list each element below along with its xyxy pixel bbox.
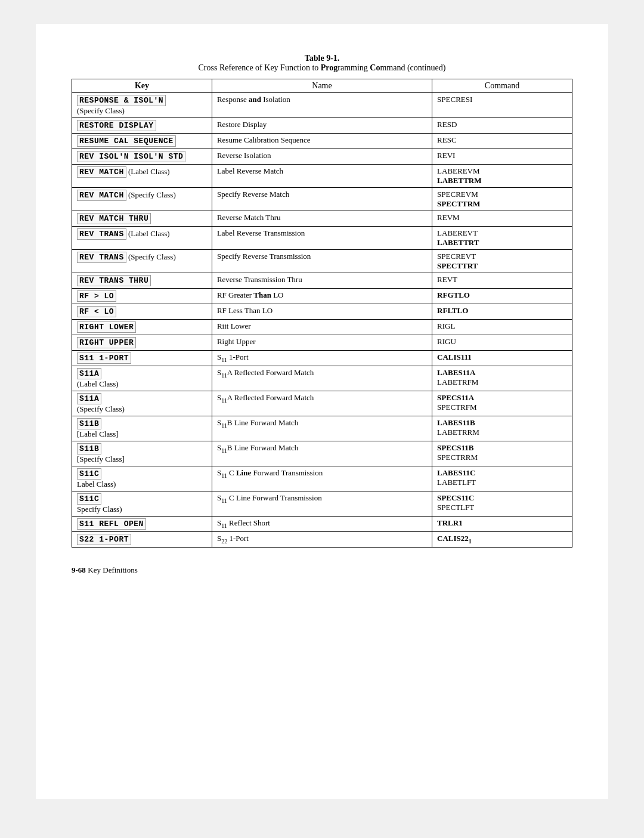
name-cell: Reverse Match Thru [212,211,432,227]
key-cell: S11B [Label Class] [72,416,212,441]
table-row: REV ISOL'N ISOL'N STD Reverse Isolation … [72,149,572,165]
table-row: REV TRANS (Label Class) Label Reverse Tr… [72,227,572,250]
name-cell: Reverse Transmission Thru [212,273,432,289]
name-cell: Label Reverse Transmission [212,227,432,250]
key-cell: REV MATCH (Specify Class) [72,188,212,211]
key-cell: S22 1-PORT [72,532,212,548]
key-cell: RESTORE DISPLAY [72,118,212,134]
header-key: Key [72,79,212,93]
cmd-cell: SPECRESI [432,93,572,118]
key-cell: S11 1-PORT [72,351,212,366]
cmd-cell: SPECS11B SPECTRRM [432,441,572,466]
cmd-cell: REVI [432,149,572,165]
table-row: S11 REFL OPEN S11 Reflect Short TRLR1 [72,517,572,532]
table-row: RF > LO RF Greater Than LO RFGTLO [72,289,572,304]
cmd-cell: REVM [432,211,572,227]
name-cell: S11A Reflected Forward Match [212,366,432,391]
name-cell: Right Upper [212,335,432,351]
name-cell: S11A Reflected Forward Match [212,391,432,416]
name-cell: Specify Reverse Transmission [212,250,432,273]
table-row: S11B [Specify Class] S11B Line Forward M… [72,441,572,466]
table-row: S11 1-PORT S11 1-Port CALIS111 [72,351,572,366]
table-row: S11B [Label Class] S11B Line Forward Mat… [72,416,572,441]
cmd-cell: LABES11B LABETRRM [432,416,572,441]
name-cell: S11B Line Forward Match [212,416,432,441]
table-title-line2: Cross Reference of Key Function to Progr… [72,63,572,73]
cmd-cell: LABES11C LABETLFT [432,466,572,491]
cmd-cell: LABEREVM LABETTRM [432,165,572,188]
cmd-cell: SPECREVT SPECTTRT [432,250,572,273]
cmd-cell: REVT [432,273,572,289]
table-row: RESTORE DISPLAY Restore Display RESD [72,118,572,134]
key-cell: RIGHT UPPER [72,335,212,351]
cmd-cell: RFGTLO [432,289,572,304]
cmd-cell: RIGL [432,320,572,335]
key-cell: REV MATCH (Label Class) [72,165,212,188]
table-row: S11A (Specify Class) S11A Reflected Forw… [72,391,572,416]
table-row: S11C Specify Class) S11 C Line Forward T… [72,491,572,517]
key-cell: S11A (Label Class) [72,366,212,391]
footer-page-ref: 9-68 [72,565,86,574]
table-row: REV TRANS THRU Reverse Transmission Thru… [72,273,572,289]
table-row: RIGHT UPPER Right Upper RIGU [72,335,572,351]
table-row: REV MATCH (Specify Class) Specify Revers… [72,188,572,211]
name-cell: Label Reverse Match [212,165,432,188]
key-cell: RF < LO [72,304,212,320]
table-row: RESPONSE & ISOL'N (Specify Class) Respon… [72,93,572,118]
key-cell: RF > LO [72,289,212,304]
table-row: S22 1-PORT S22 1-Port CALIS221 [72,532,572,548]
cmd-cell: CALIS111 [432,351,572,366]
table-title: Table 9-1. Cross Reference of Key Functi… [72,54,572,73]
name-cell: Reverse Isolation [212,149,432,165]
key-cell: S11C Label Class) [72,466,212,491]
key-cell: REV MATCH THRU [72,211,212,227]
key-cell: REV TRANS (Specify Class) [72,250,212,273]
name-cell: S22 1-Port [212,532,432,548]
name-cell: Riit Lower [212,320,432,335]
key-cell: S11 REFL OPEN [72,517,212,532]
key-cell: RIGHT LOWER [72,320,212,335]
table-row: REV MATCH THRU Reverse Match Thru REVM [72,211,572,227]
key-cell: RESPONSE & ISOL'N (Specify Class) [72,93,212,118]
key-cell: RESUME CAL SEQUENCE [72,134,212,149]
cmd-cell: RFLTLO [432,304,572,320]
cmd-cell: LABES11A LABETRFM [432,366,572,391]
key-cell: S11C Specify Class) [72,491,212,517]
name-cell: S11 C Line Forward Transmission [212,491,432,517]
key-cell: REV TRANS (Label Class) [72,227,212,250]
table-row: RF < LO RF Less Than LO RFLTLO [72,304,572,320]
key-cell: REV ISOL'N ISOL'N STD [72,149,212,165]
header-name: Name [212,79,432,93]
table-row: RESUME CAL SEQUENCE Resume Calibration S… [72,134,572,149]
footer-section: Key Definitions [88,565,137,574]
name-cell: RF Less Than LO [212,304,432,320]
key-cell: S11A (Specify Class) [72,391,212,416]
cmd-cell: RIGU [432,335,572,351]
cmd-cell: SPECS11A SPECTRFM [432,391,572,416]
name-cell: Resume Calibration Sequence [212,134,432,149]
cmd-cell: CALIS221 [432,532,572,548]
name-cell: S11 C Line Forward Transmission [212,466,432,491]
table-row: RIGHT LOWER Riit Lower RIGL [72,320,572,335]
main-table: Key Name Command RESPONSE & ISOL'N (Spec… [72,79,572,548]
table-row: S11C Label Class) S11 C Line Forward Tra… [72,466,572,491]
name-cell: Specify Reverse Match [212,188,432,211]
table-row: REV TRANS (Specify Class) Specify Revers… [72,250,572,273]
key-cell: S11B [Specify Class] [72,441,212,466]
page-container: Table 9-1. Cross Reference of Key Functi… [36,24,608,799]
cmd-cell: SPECREVM SPECTTRM [432,188,572,211]
cmd-cell: RESD [432,118,572,134]
table-title-line1: Table 9-1. [72,54,572,63]
name-cell: RF Greater Than LO [212,289,432,304]
table-row: S11A (Label Class) S11A Reflected Forwar… [72,366,572,391]
cmd-cell: RESC [432,134,572,149]
footer: 9-68 Key Definitions [72,565,572,575]
header-command: Command [432,79,572,93]
name-cell: S11 Reflect Short [212,517,432,532]
table-row: REV MATCH (Label Class) Label Reverse Ma… [72,165,572,188]
key-cell: REV TRANS THRU [72,273,212,289]
name-cell: Response and Isolation [212,93,432,118]
name-cell: S11B Line Forward Match [212,441,432,466]
cmd-cell: LABEREVT LABETTRT [432,227,572,250]
name-cell: Restore Display [212,118,432,134]
